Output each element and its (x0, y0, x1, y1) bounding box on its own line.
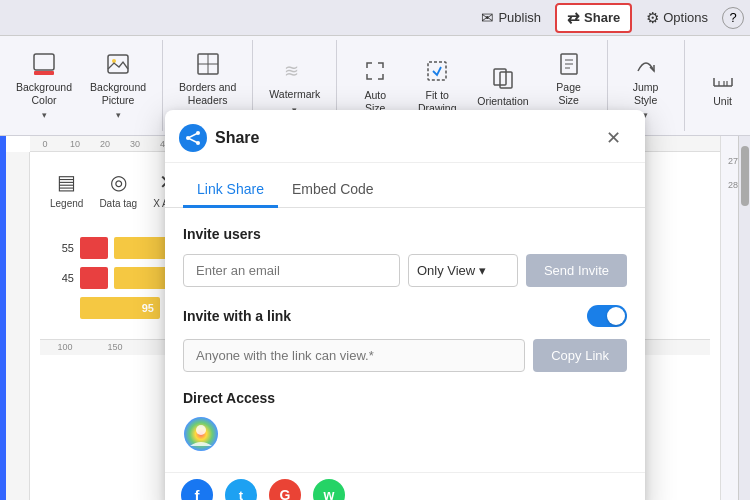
dialog-share-icon (179, 124, 207, 152)
facebook-icon: f (195, 487, 200, 501)
social-share-row: f t G w (165, 472, 645, 500)
page-size-label: PageSize (556, 81, 581, 106)
legend-icon: ▤ (57, 170, 76, 194)
link-row: Copy Link (183, 339, 627, 372)
publish-button[interactable]: ✉ Publish (471, 5, 551, 31)
svg-line-24 (188, 133, 198, 138)
datatag-label: Data tag (99, 198, 137, 209)
google-share-button[interactable]: G (269, 479, 301, 500)
email-input[interactable] (183, 254, 400, 287)
bar-label: 55 (50, 242, 74, 254)
ruler-mark-bottom: 150 (90, 342, 140, 352)
tab-embed-code[interactable]: Embed Code (278, 173, 388, 208)
bg-color-arrow: ▾ (42, 110, 47, 120)
jump-style-label: JumpStyle (633, 81, 659, 106)
direct-access-heading: Direct Access (183, 390, 627, 406)
bar-red (80, 237, 108, 259)
link-toggle[interactable] (587, 305, 627, 327)
share-icon: ⇄ (567, 9, 580, 27)
bar-yellow: 95 (80, 297, 160, 319)
view-only-label: Only View (417, 263, 475, 278)
svg-rect-0 (34, 54, 54, 70)
send-invite-button[interactable]: Send Invite (526, 254, 627, 287)
whatsapp-share-button[interactable]: w (313, 479, 345, 500)
bar-value: 95 (80, 297, 160, 319)
copy-link-button[interactable]: Copy Link (533, 339, 627, 372)
facebook-share-button[interactable]: f (181, 479, 213, 500)
gear-icon: ⚙ (646, 9, 659, 27)
share-button[interactable]: ⇄ Share (555, 3, 632, 33)
svg-text:≋: ≋ (284, 61, 299, 81)
dialog-tabs: Link Share Embed Code (165, 163, 645, 208)
accent-bar (0, 136, 6, 500)
watermark-label: Watermark (269, 88, 320, 101)
ruler-mark-bottom: 100 (40, 342, 90, 352)
autosize-icon (361, 57, 389, 85)
ruler-mark: 30 (120, 139, 150, 149)
unit-label: Unit (713, 95, 732, 108)
bg-picture-label: BackgroundPicture (90, 81, 146, 106)
datatag-icon-item[interactable]: ◎ Data tag (99, 170, 137, 209)
toolbar-item-bg-picture[interactable]: BackgroundPicture ▾ (82, 46, 154, 126)
help-button[interactable]: ? (722, 7, 744, 29)
twitter-icon: t (239, 488, 243, 501)
tab-link-share[interactable]: Link Share (183, 173, 278, 208)
toolbar-item-unit[interactable]: Unit (693, 46, 750, 126)
link-section-header: Invite with a link (183, 305, 627, 327)
bg-picture-arrow: ▾ (116, 110, 121, 120)
vertical-scrollbar[interactable] (738, 136, 750, 500)
link-input[interactable] (183, 339, 525, 372)
publish-icon: ✉ (481, 9, 494, 27)
svg-rect-8 (428, 62, 446, 80)
orientation-label: Orientation (477, 95, 528, 108)
toolbar-group-unit: Unit (685, 40, 750, 131)
bar-red (80, 267, 108, 289)
bg-color-label: BackgroundColor (16, 81, 72, 106)
watermark-icon: ≋ (281, 56, 309, 84)
dialog-header: Share ✕ (165, 110, 645, 163)
borders-icon (194, 51, 222, 77)
top-toolbar: ✉ Publish ⇄ Share ⚙ Options ? (0, 0, 750, 36)
page-size-icon (555, 51, 583, 77)
dialog-body: Invite users Only View ▾ Send Invite Inv… (165, 208, 645, 468)
fit-drawing-icon (423, 57, 451, 85)
close-dialog-button[interactable]: ✕ (599, 124, 627, 152)
link-section-title: Invite with a link (183, 308, 291, 324)
bar-label: 45 (50, 272, 74, 284)
legend-label: Legend (50, 198, 83, 209)
borders-label: Borders andHeaders (179, 81, 236, 106)
unit-icon (709, 63, 737, 91)
whatsapp-icon: w (324, 487, 335, 500)
legend-icon-item[interactable]: ▤ Legend (50, 170, 83, 209)
twitter-share-button[interactable]: t (225, 479, 257, 500)
view-only-select[interactable]: Only View ▾ (408, 254, 518, 287)
dialog-title: Share (215, 129, 259, 147)
toggle-knob (607, 307, 625, 325)
ruler-mark: 20 (90, 139, 120, 149)
help-label: ? (729, 10, 736, 25)
svg-rect-1 (34, 71, 54, 75)
options-label: Options (663, 10, 708, 25)
options-button[interactable]: ⚙ Options (636, 5, 718, 31)
publish-label: Publish (498, 10, 541, 25)
svg-point-27 (196, 425, 206, 435)
invite-row: Only View ▾ Send Invite (183, 254, 627, 287)
bg-color-icon (30, 51, 58, 77)
scrollbar-thumb[interactable] (741, 146, 749, 206)
toolbar-right: ✉ Publish ⇄ Share ⚙ Options ? (471, 3, 744, 33)
toolbar-group-bg: BackgroundColor ▾ BackgroundPicture ▾ (0, 40, 163, 131)
bg-picture-icon (104, 51, 132, 77)
jump-style-icon (632, 51, 660, 77)
toolbar-item-bg-color[interactable]: BackgroundColor ▾ (8, 46, 80, 126)
orientation-icon (489, 63, 517, 91)
view-select-arrow: ▾ (479, 263, 486, 278)
access-avatar[interactable] (183, 416, 219, 452)
ruler-mark: 0 (30, 139, 60, 149)
ruler-mark: 10 (60, 139, 90, 149)
google-icon: G (280, 487, 291, 500)
invite-users-heading: Invite users (183, 226, 627, 242)
share-dialog: Share ✕ Link Share Embed Code Invite use… (165, 110, 645, 500)
datatag-icon: ◎ (110, 170, 127, 194)
direct-access-avatars (183, 416, 627, 452)
share-label: Share (584, 10, 620, 25)
